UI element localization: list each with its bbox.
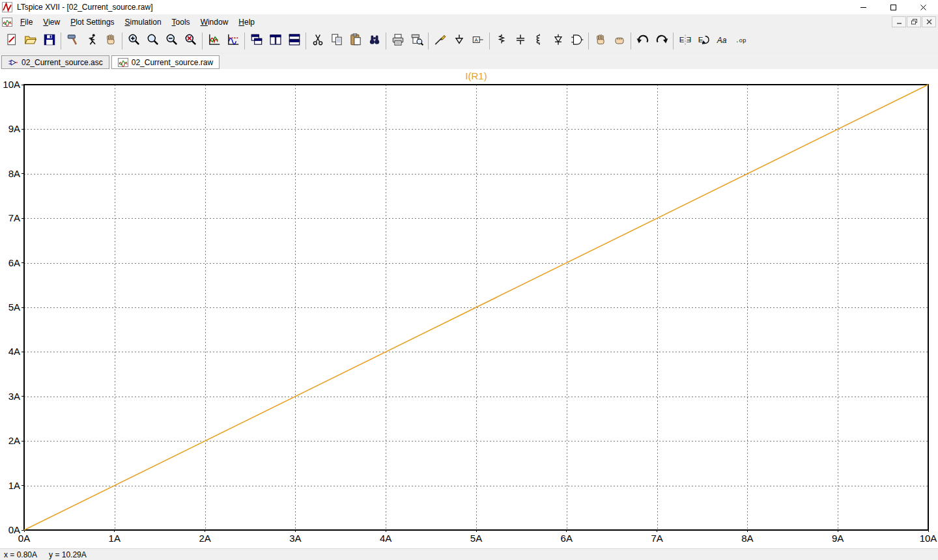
toolbar-separator: [202, 33, 203, 49]
save-button[interactable]: [40, 31, 59, 51]
window-title: LTspice XVII - [02_Current_source.raw]: [17, 3, 153, 12]
inductor-button[interactable]: [530, 31, 548, 51]
open-icon: [23, 33, 38, 49]
autorange-button[interactable]: [205, 31, 223, 51]
drag-button[interactable]: [610, 31, 629, 51]
move-icon: [593, 33, 608, 49]
minimize-button[interactable]: [848, 0, 878, 14]
copy-button[interactable]: [327, 31, 346, 51]
x-tick-label: 6A: [561, 533, 573, 544]
undo-button[interactable]: [633, 31, 652, 51]
zoom-in-button[interactable]: [124, 31, 143, 51]
open-button[interactable]: [21, 31, 40, 51]
document-waveform-icon[interactable]: [2, 17, 14, 27]
halt-button[interactable]: [101, 31, 120, 51]
redo-button[interactable]: [652, 31, 671, 51]
menu-items: FileViewPlot SettingsSimulationToolsWind…: [15, 15, 260, 29]
trace-title[interactable]: I(R1): [465, 70, 487, 81]
tab-02_Current_source.asc[interactable]: 02_Current_source.asc: [1, 55, 109, 69]
paste-button[interactable]: [346, 31, 365, 51]
menu-simulation[interactable]: Simulation: [120, 15, 167, 29]
cascade-windows-button[interactable]: [247, 31, 266, 51]
x-tick-label: 4A: [380, 533, 391, 544]
resistor-button[interactable]: [492, 31, 511, 51]
print-icon: [391, 33, 405, 49]
y-tick-label: 8A: [8, 168, 20, 179]
draw-wire-icon: [433, 33, 448, 49]
run-button[interactable]: [82, 31, 101, 51]
cascade-windows-icon: [249, 33, 264, 49]
tab-label: 02_Current_source.raw: [132, 58, 213, 67]
plot-settings-button[interactable]: [223, 31, 242, 51]
save-icon: [42, 33, 57, 49]
mirror-button[interactable]: EE: [675, 31, 694, 51]
y-tick-label: 7A: [8, 212, 20, 223]
toolbar-separator: [631, 33, 631, 49]
net-label-button[interactable]: A: [468, 31, 487, 51]
svg-text:Aa: Aa: [716, 36, 726, 45]
toolbar-separator: [588, 33, 589, 49]
plot-settings-icon: [226, 33, 240, 49]
zoom-out-button[interactable]: [162, 31, 181, 51]
waveform-plot[interactable]: I(R1)0A1A2A3A4A5A6A7A8A9A10A0A1A2A3A4A5A…: [0, 69, 938, 548]
find-button[interactable]: [365, 31, 384, 51]
mdi-minimize-button[interactable]: [892, 16, 906, 27]
svg-text:A: A: [474, 37, 478, 43]
menu-view[interactable]: View: [38, 15, 65, 29]
tab-02_Current_source.raw[interactable]: 02_Current_source.raw: [111, 55, 220, 69]
svg-text:E: E: [686, 36, 691, 44]
menu-plot-settings[interactable]: Plot Settings: [65, 15, 119, 29]
menu-file[interactable]: File: [15, 15, 38, 29]
control-panel-button[interactable]: [63, 31, 82, 51]
tile-vertical-button[interactable]: [266, 31, 285, 51]
text-button[interactable]: Aa: [713, 31, 732, 51]
toolbar-separator: [673, 33, 674, 49]
move-button[interactable]: [591, 31, 610, 51]
component-button[interactable]: [567, 31, 586, 51]
toolbar-separator: [244, 33, 245, 49]
resistor-icon: [494, 33, 509, 49]
menu-help[interactable]: Help: [233, 15, 260, 29]
ltspice-window: LTspice XVII - [02_Current_source.raw] F…: [0, 0, 938, 560]
diode-icon: [551, 33, 565, 49]
mdi-close-button[interactable]: [922, 16, 936, 27]
print-preview-icon: [410, 33, 424, 49]
close-button[interactable]: [908, 0, 938, 14]
run-icon: [85, 33, 99, 49]
tile-vertical-icon: [268, 33, 283, 49]
net-label-icon: A: [471, 33, 485, 49]
x-tick-label: 0A: [18, 533, 30, 544]
text-icon: Aa: [716, 33, 730, 49]
cut-button[interactable]: [308, 31, 327, 51]
toolbar-separator: [306, 33, 306, 49]
tile-horizontal-button[interactable]: [285, 31, 304, 51]
zoom-out-icon: [165, 33, 179, 49]
maximize-button[interactable]: [878, 0, 908, 14]
toolbar-separator: [386, 33, 386, 49]
zoom-full-button[interactable]: [181, 31, 200, 51]
capacitor-button[interactable]: [511, 31, 530, 51]
rotate-button[interactable]: E: [694, 31, 713, 51]
print-preview-button[interactable]: [407, 31, 426, 51]
spice-directive-button[interactable]: .op: [732, 31, 751, 51]
window-controls: [848, 0, 938, 14]
new-schematic-button[interactable]: [2, 31, 21, 51]
x-tick-label: 2A: [199, 533, 210, 544]
draw-wire-button[interactable]: [431, 31, 449, 51]
print-button[interactable]: [388, 31, 407, 51]
menu-window[interactable]: Window: [195, 15, 234, 29]
menu-tools[interactable]: Tools: [167, 15, 195, 29]
ltspice-app-icon: [2, 2, 14, 12]
x-tick-label: 1A: [109, 533, 121, 544]
waveform-icon: [118, 58, 128, 67]
diode-button[interactable]: [548, 31, 567, 51]
y-tick-label: 6A: [8, 257, 20, 268]
zoom-back-button[interactable]: [143, 31, 162, 51]
component-icon: [570, 33, 584, 49]
x-tick-label: 8A: [741, 533, 753, 544]
drag-icon: [612, 33, 627, 49]
ground-button[interactable]: [449, 31, 468, 51]
x-tick-label: 3A: [289, 533, 301, 544]
find-icon: [367, 33, 382, 49]
mdi-restore-button[interactable]: [907, 16, 921, 27]
